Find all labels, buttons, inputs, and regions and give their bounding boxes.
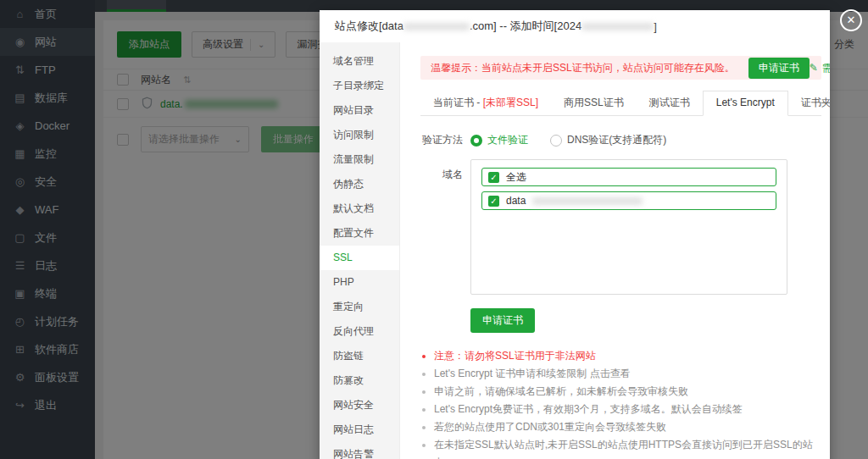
menu-item-site-alerts[interactable]: 网站告警 — [320, 442, 399, 459]
modal-body: 域名管理 子目录绑定 网站目录 访问限制 流量限制 伪静态 默认文档 配置文件 … — [320, 42, 830, 459]
menu-item-domain-manage[interactable]: 域名管理 — [320, 49, 399, 74]
menu-item-site-security[interactable]: 网站安全 — [320, 393, 399, 418]
domain-item-prefix: data — [506, 195, 526, 207]
apply-cert-button[interactable]: 申请证书 — [470, 308, 535, 333]
checkbox-checked-icon[interactable]: ✓ — [488, 196, 499, 207]
menu-item-reverse-proxy[interactable]: 反向代理 — [320, 319, 399, 344]
menu-item-default-doc[interactable]: 默认文档 — [320, 196, 399, 221]
ssl-warning-bar: 温馨提示：当前站点未开启SSL证书访问，站点访问可能存在风险。 申请证书 ✎ 需… — [420, 56, 821, 80]
tab-lets-encrypt[interactable]: Let's Encrypt — [703, 91, 788, 116]
modal-title-mid: .com] -- 添加时间[2024 — [470, 19, 581, 34]
verify-method-label: 验证方法 — [420, 133, 463, 147]
checkbox-checked-icon[interactable]: ✓ — [488, 172, 499, 183]
feedback-link[interactable]: ✎ 需求反馈 — [810, 61, 830, 75]
modal-menu: 域名管理 子目录绑定 网站目录 访问限制 流量限制 伪静态 默认文档 配置文件 … — [320, 42, 400, 459]
menu-item-ssl[interactable]: SSL — [320, 246, 399, 270]
select-all-label: 全选 — [506, 170, 526, 185]
domain-label: 域名 — [420, 159, 463, 182]
radio-dns-verify-label: DNS验证(支持通配符) — [567, 133, 666, 147]
menu-item-tamper-proof[interactable]: 防篡改 — [320, 368, 399, 393]
domain-list-box: ✓ 全选 ✓ data — [470, 159, 787, 295]
note-item: 注意：请勿将SSL证书用于非法网站 — [434, 347, 821, 365]
menu-item-access-limit[interactable]: 访问限制 — [320, 123, 399, 147]
note-item: 申请之前，请确保域名已解析，如未解析会导致审核失败 — [434, 383, 821, 401]
not-deployed-badge: [未部署SSL] — [483, 97, 538, 108]
domain-item-row[interactable]: ✓ data — [481, 191, 776, 210]
note-item: Let's Encrypt 证书申请和续签限制 点击查看 — [434, 365, 821, 383]
menu-item-subdir-bind[interactable]: 子目录绑定 — [320, 74, 399, 98]
select-all-domains-row[interactable]: ✓ 全选 — [481, 168, 776, 186]
radio-file-verify[interactable]: 文件验证 — [470, 133, 528, 147]
tab-commercial-ssl[interactable]: 商用SSL证书 — [551, 91, 637, 115]
feedback-edit-icon: ✎ — [810, 62, 818, 74]
ssl-warning-text: 温馨提示：当前站点未开启SSL证书访问，站点访问可能存在风险。 — [431, 61, 735, 75]
menu-item-php[interactable]: PHP — [320, 270, 399, 295]
menu-item-rewrite[interactable]: 伪静态 — [320, 172, 399, 196]
modal-title: 站点修改[data .com] -- 添加时间[2024 ] — [320, 10, 830, 42]
redacted-domain — [403, 23, 470, 30]
radio-dns-verify[interactable]: DNS验证(支持通配符) — [550, 133, 666, 147]
close-icon[interactable]: ✕ — [840, 9, 862, 31]
redacted-date — [581, 23, 654, 30]
note-item: Let's Encrypt免费证书，有效期3个月，支持多域名。默认会自动续签 — [434, 401, 821, 418]
tab-cert-folder[interactable]: 证书夹 — [788, 91, 830, 115]
radio-file-verify-label: 文件验证 — [487, 133, 528, 147]
redacted-domain — [532, 197, 643, 205]
ssl-panel: 温馨提示：当前站点未开启SSL证书访问，站点访问可能存在风险。 申请证书 ✎ 需… — [400, 42, 830, 459]
menu-item-redirect[interactable]: 重定向 — [320, 295, 399, 319]
menu-item-site-logs[interactable]: 网站日志 — [320, 418, 399, 442]
modal-title-suffix: ] — [654, 20, 657, 33]
tab-current-cert-label: 当前证书 - — [433, 97, 480, 108]
note-item: 若您的站点使用了CDN或301重定向会导致续签失败 — [434, 418, 821, 436]
modal-title-prefix: 站点修改[data — [335, 19, 403, 34]
radio-off-icon — [550, 135, 562, 147]
ssl-notes-list: 注意：请勿将SSL证书用于非法网站 Let's Encrypt 证书申请和续签限… — [420, 347, 821, 459]
menu-item-hotlink[interactable]: 防盗链 — [320, 344, 399, 368]
apply-cert-button-warning[interactable]: 申请证书 — [748, 58, 810, 79]
menu-item-traffic-limit[interactable]: 流量限制 — [320, 147, 399, 172]
menu-item-config-file[interactable]: 配置文件 — [320, 221, 399, 246]
note-item: 在未指定SSL默认站点时,未开启SSL的站点使用HTTPS会直接访问到已开启SS… — [434, 436, 821, 459]
tab-current-cert[interactable]: 当前证书 - [未部署SSL] — [420, 91, 551, 115]
ssl-tabs: 当前证书 - [未部署SSL] 商用SSL证书 测试证书 Let's Encry… — [420, 91, 821, 116]
tab-test-cert[interactable]: 测试证书 — [637, 91, 703, 115]
feedback-label: 需求反馈 — [822, 61, 830, 75]
domain-row: 域名 ✓ 全选 ✓ data — [420, 159, 821, 295]
site-settings-modal: 站点修改[data .com] -- 添加时间[2024 ] 域名管理 子目录绑… — [320, 10, 830, 459]
radio-on-icon — [470, 135, 482, 147]
verify-method-row: 验证方法 文件验证 DNS验证(支持通配符) — [420, 133, 821, 147]
menu-item-site-dir[interactable]: 网站目录 — [320, 98, 399, 123]
